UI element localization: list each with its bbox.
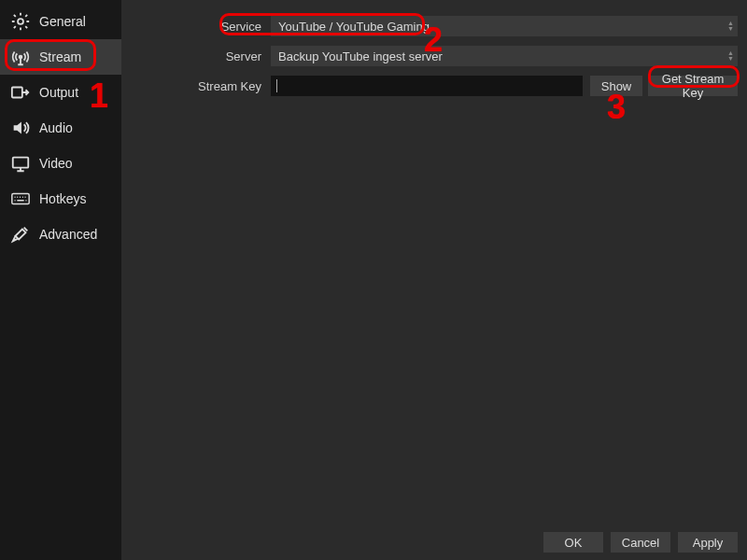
service-label: Service (131, 20, 271, 34)
sidebar-item-output[interactable]: Output (0, 75, 121, 110)
sidebar-item-label: Advanced (39, 227, 97, 242)
server-label: Server (131, 49, 271, 63)
sidebar-item-label: Audio (39, 120, 73, 135)
keyboard-icon (9, 188, 32, 210)
sidebar-item-video[interactable]: Video (0, 146, 121, 181)
monitor-icon (9, 152, 32, 175)
get-stream-key-button[interactable]: Get Stream Key (648, 76, 738, 96)
server-value: Backup YouTube ingest server (278, 49, 443, 63)
apply-button[interactable]: Apply (678, 532, 738, 553)
sidebar-item-stream[interactable]: Stream (0, 39, 121, 75)
chevron-updown-icon: ▲▼ (727, 50, 734, 62)
sidebar-item-general[interactable]: General (0, 4, 121, 39)
service-value: YouTube / YouTube Gaming (278, 20, 430, 34)
settings-panel-stream: Service YouTube / YouTube Gaming ▲▼ Serv… (121, 0, 747, 560)
dialog-footer: OK Cancel Apply (543, 532, 738, 553)
server-dropdown[interactable]: Backup YouTube ingest server ▲▼ (271, 46, 738, 66)
ok-button[interactable]: OK (543, 532, 603, 553)
sidebar-item-label: General (39, 14, 86, 29)
settings-sidebar: General Stream Output (0, 0, 121, 560)
sidebar-item-label: Video (39, 156, 73, 171)
svg-rect-4 (12, 194, 29, 204)
output-icon (9, 81, 32, 104)
sidebar-item-hotkeys[interactable]: Hotkeys (0, 181, 121, 217)
svg-point-0 (18, 19, 23, 24)
sidebar-item-label: Stream (39, 49, 81, 64)
antenna-icon (9, 46, 32, 68)
sidebar-item-label: Output (39, 85, 78, 100)
svg-rect-3 (13, 158, 29, 168)
cancel-button[interactable]: Cancel (611, 532, 670, 553)
service-dropdown[interactable]: YouTube / YouTube Gaming ▲▼ (271, 16, 738, 36)
chevron-updown-icon: ▲▼ (727, 21, 734, 32)
speaker-icon (9, 117, 32, 139)
text-caret (276, 79, 277, 92)
sidebar-item-audio[interactable]: Audio (0, 110, 121, 146)
sidebar-item-label: Hotkeys (39, 191, 87, 206)
streamkey-input[interactable] (271, 76, 583, 96)
tools-icon (9, 223, 32, 245)
svg-rect-2 (12, 88, 22, 98)
show-button[interactable]: Show (590, 76, 642, 96)
streamkey-label: Stream Key (131, 79, 271, 93)
gear-icon (9, 10, 32, 33)
sidebar-item-advanced[interactable]: Advanced (0, 217, 121, 252)
